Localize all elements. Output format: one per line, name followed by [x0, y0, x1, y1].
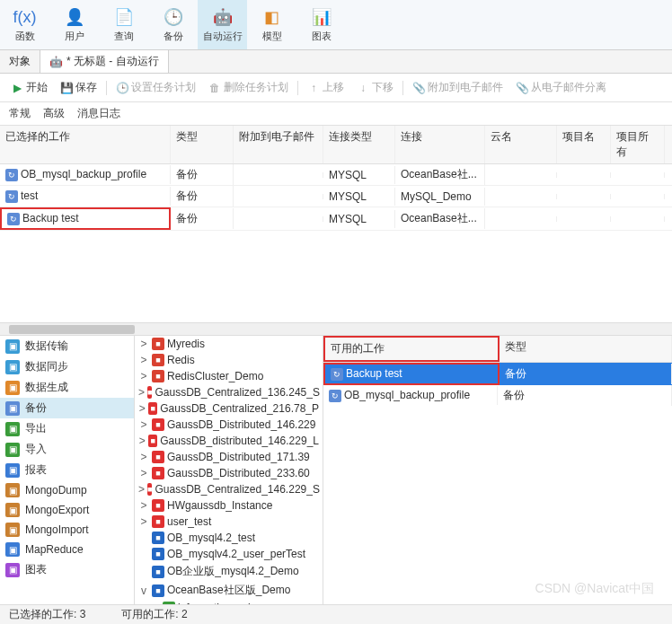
col-type[interactable]: 类型 — [500, 336, 673, 362]
job-row[interactable]: ↻Backup test备份MYSQLOceanBase社... — [0, 207, 672, 231]
category-label: MongoImport — [25, 523, 89, 536]
tree-node[interactable]: >■GaussDB_distributed_146.229_L — [135, 433, 323, 449]
subtab-log[interactable]: 消息日志 — [77, 106, 120, 121]
expand-icon[interactable]: > — [138, 515, 149, 528]
ribbon-用户[interactable]: 👤用户 — [49, 0, 99, 49]
ribbon-自动运行[interactable]: 🤖自动运行 — [198, 0, 247, 49]
col-header[interactable]: 项目名 — [557, 126, 611, 163]
category-item[interactable]: ▣数据传输 — [0, 336, 134, 356]
expand-icon[interactable]: > — [138, 386, 145, 399]
node-label: OB_mysqlv4.2_user_perTest — [167, 548, 305, 560]
node-label: GaussDB_Distributed_233.60 — [167, 467, 310, 479]
ribbon-备份[interactable]: 🕒备份 — [148, 0, 198, 49]
expand-icon[interactable]: > — [138, 402, 146, 415]
job-row[interactable]: ↻OB_mysql_backup_profile备份MYSQLOceanBase… — [0, 164, 672, 186]
expand-icon[interactable]: > — [138, 354, 149, 366]
ribbon-label: 用户 — [65, 30, 84, 43]
connection-tree[interactable]: >■Myredis>■Redis>■RedisCluster_Demo>■Gau… — [135, 336, 323, 604]
ribbon-函数[interactable]: f(x)函数 — [0, 0, 49, 49]
save-button[interactable]: 💾保存 — [55, 77, 102, 98]
subtab-advanced[interactable]: 高级 — [43, 106, 65, 121]
job-row[interactable]: ↻test备份MYSQLMySQL_Demo — [0, 186, 672, 207]
col-header[interactable]: 类型 — [171, 126, 234, 163]
category-item[interactable]: ▣MongoImport — [0, 520, 134, 540]
expand-icon[interactable]: > — [138, 338, 149, 350]
col-header[interactable]: 连接 — [395, 126, 485, 163]
ribbon-查询[interactable]: 📄查询 — [99, 0, 148, 49]
category-item[interactable]: ▣备份 — [0, 398, 134, 418]
category-item[interactable]: ▣MapReduce — [0, 540, 134, 559]
tree-node[interactable]: >■GaussDB_Distributed_233.60 — [135, 465, 323, 481]
ribbon-icon: ◧ — [261, 6, 283, 28]
btn-label: 下移 — [372, 80, 393, 95]
col-header[interactable]: 项目所有 — [611, 126, 665, 163]
tree-node[interactable]: >■user_test — [135, 514, 323, 530]
start-button[interactable]: ▶开始 — [5, 77, 53, 98]
expand-icon[interactable]: > — [138, 483, 145, 496]
tree-node[interactable]: >■HWgaussdb_Instance — [135, 497, 323, 514]
category-icon: ▣ — [5, 563, 20, 577]
tree-node[interactable]: >■Myredis — [135, 336, 323, 352]
tree-node[interactable]: ■OB_mysql4.2_test — [135, 530, 323, 546]
col-header[interactable]: 附加到电子邮件 — [234, 126, 323, 163]
tab-objects[interactable]: 对象 — [0, 50, 40, 73]
backup-icon: ↻ — [5, 169, 18, 181]
category-label: 导出 — [25, 421, 47, 436]
tree-node[interactable]: v■OceanBase社区版_Demo — [135, 581, 323, 600]
delete-schedule-button: 🗑删除任务计划 — [203, 77, 294, 98]
tree-node[interactable]: >■Redis — [135, 352, 323, 368]
expand-icon[interactable]: > — [138, 467, 149, 479]
ribbon-图表[interactable]: 📊图表 — [296, 0, 346, 49]
ribbon-icon: 📊 — [311, 6, 332, 28]
category-item[interactable]: ▣导入 — [0, 439, 134, 460]
category-item[interactable]: ▣图表 — [0, 559, 134, 580]
expand-icon[interactable]: > — [138, 451, 149, 463]
blank-area — [0, 231, 672, 322]
expand-icon[interactable]: v — [138, 584, 149, 597]
expand-icon[interactable]: > — [138, 370, 149, 382]
category-item[interactable]: ▣导出 — [0, 418, 134, 439]
ribbon-icon: f(x) — [14, 6, 36, 28]
backup-icon: ↻ — [331, 368, 343, 381]
tab-autorun[interactable]: 🤖 * 无标题 - 自动运行 — [40, 50, 169, 73]
col-jobname[interactable]: 可用的工作 — [323, 336, 500, 362]
hscrollbar[interactable] — [0, 322, 672, 335]
lower-panels: ▣数据传输▣数据同步▣数据生成▣备份▣导出▣导入▣报表▣MongoDump▣Mo… — [0, 335, 672, 604]
expand-icon[interactable]: > — [138, 435, 146, 447]
category-item[interactable]: ▣MongoDump — [0, 480, 134, 500]
tree-node[interactable]: >■GaussDB_Centralized_216.78_P — [135, 400, 323, 417]
node-icon: ■ — [152, 418, 164, 431]
col-header[interactable]: 云名 — [485, 126, 557, 163]
tree-node[interactable]: ■OB企业版_mysql4.2_Demo — [135, 562, 323, 581]
category-label: 数据同步 — [25, 359, 68, 374]
expand-icon[interactable]: > — [138, 418, 149, 431]
tree-node[interactable]: >■GaussDB_Distributed_146.229 — [135, 417, 323, 433]
btn-label: 保存 — [75, 80, 97, 95]
node-icon: ■ — [152, 515, 164, 528]
category-item[interactable]: ▣数据生成 — [0, 377, 134, 398]
node-label: OB_mysql4.2_test — [167, 532, 255, 544]
toolbar: ▶开始 💾保存 🕒设置任务计划 🗑删除任务计划 ↑上移 ↓下移 📎附加到电子邮件… — [0, 74, 672, 102]
ribbon-label: 函数 — [15, 30, 35, 43]
ribbon-模型[interactable]: ◧模型 — [247, 0, 296, 49]
tree-node[interactable]: >■RedisCluster_Demo — [135, 368, 323, 384]
col-header[interactable]: 连接类型 — [323, 126, 395, 163]
node-icon: ■ — [152, 566, 164, 578]
tree-node[interactable]: >■GaussDB_Centralized_136.245_S — [135, 384, 323, 400]
category-item[interactable]: ▣数据同步 — [0, 356, 134, 377]
available-job-row[interactable]: ↻Backup test备份 — [323, 363, 672, 385]
node-label: OB企业版_mysql4.2_Demo — [167, 564, 299, 579]
category-icon: ▣ — [5, 443, 20, 457]
category-item[interactable]: ▣MongoExport — [0, 500, 134, 520]
tree-node[interactable]: >■GuassDB_Centralized_146.229_S — [135, 481, 323, 497]
category-item[interactable]: ▣报表 — [0, 460, 134, 480]
tree-node[interactable]: ■OB_mysqlv4.2_user_perTest — [135, 546, 323, 562]
ribbon-label: 自动运行 — [203, 30, 243, 43]
col-header[interactable]: 已选择的工作 — [0, 126, 171, 163]
node-icon: ■ — [152, 584, 164, 597]
available-job-row[interactable]: ↻OB_mysql_backup_profile备份 — [323, 385, 672, 406]
category-label: MongoExport — [25, 504, 89, 516]
tree-node[interactable]: >■GaussDB_Distributed_171.39 — [135, 449, 323, 465]
subtab-general[interactable]: 常规 — [9, 106, 31, 121]
expand-icon[interactable]: > — [138, 499, 149, 512]
